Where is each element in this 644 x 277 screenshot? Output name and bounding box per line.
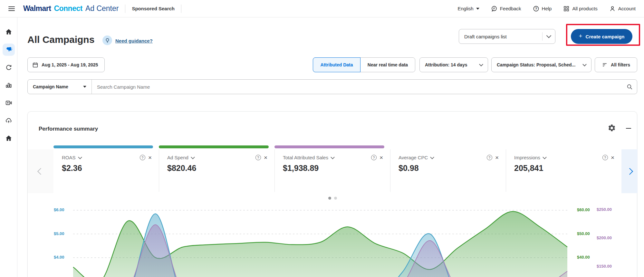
chevron-right-icon bbox=[626, 168, 633, 174]
divider bbox=[542, 32, 543, 41]
help-icon[interactable]: ? bbox=[602, 155, 608, 160]
metric-value: $2.36 bbox=[62, 163, 82, 173]
minus-icon bbox=[626, 128, 631, 129]
search-field-selector[interactable]: Campaign Name bbox=[28, 84, 91, 89]
close-icon[interactable]: × bbox=[495, 154, 499, 161]
close-icon[interactable]: × bbox=[148, 154, 152, 161]
chevron-down-icon[interactable] bbox=[191, 155, 195, 159]
video-upload-icon bbox=[5, 99, 12, 106]
left-sidebar bbox=[0, 17, 17, 277]
metric-card-impressions: Impressions ? × 205,841 bbox=[506, 142, 621, 193]
attribution-dropdown[interactable]: Attribution: 14 days bbox=[419, 57, 488, 72]
performance-trend-chart: $6.00$5.00$4.00$60.00$50.00$40.00$250.00… bbox=[28, 194, 638, 277]
help-icon[interactable]: ? bbox=[140, 155, 145, 160]
axis-tick-left: $5.00 bbox=[54, 231, 64, 236]
sidebar-item-home-alt[interactable] bbox=[3, 132, 15, 144]
metric-name[interactable]: ROAS bbox=[62, 155, 76, 160]
axis-tick-left: $6.00 bbox=[54, 207, 64, 212]
metrics-strip: ROAS ? × $2.36 Ad Spend ? × $820.46 bbox=[28, 142, 638, 193]
axis-tick-left: $4.00 bbox=[54, 255, 64, 260]
settings-button[interactable] bbox=[608, 124, 617, 133]
collapse-button[interactable] bbox=[624, 124, 633, 133]
axis-tick-right_outer: $150.00 bbox=[597, 264, 612, 269]
metric-color-bar bbox=[274, 145, 384, 148]
draft-campaigns-dropdown[interactable]: Draft campaigns list bbox=[459, 29, 555, 44]
metric-value: 205,841 bbox=[514, 163, 543, 173]
brand-walmart: Walmart bbox=[23, 4, 51, 13]
help-icon[interactable]: ? bbox=[371, 155, 377, 160]
megaphone-icon bbox=[5, 46, 12, 53]
home-icon bbox=[5, 135, 12, 142]
close-icon[interactable]: × bbox=[264, 154, 267, 161]
close-icon[interactable]: × bbox=[380, 154, 383, 161]
metric-value: $0.98 bbox=[399, 163, 419, 173]
carousel-next-button[interactable] bbox=[621, 149, 638, 193]
gear-icon bbox=[608, 124, 616, 132]
metric-name[interactable]: Ad Spend bbox=[167, 155, 188, 160]
brand-adcenter: Ad Center bbox=[85, 4, 119, 13]
toggle-attributed-data[interactable]: Attributed Data bbox=[313, 57, 360, 72]
question-circle-icon: ? bbox=[533, 5, 539, 12]
plus-icon: + bbox=[579, 33, 582, 40]
chevron-down-icon[interactable] bbox=[543, 155, 547, 159]
brand-connect: Connect bbox=[54, 4, 82, 13]
grid-icon bbox=[563, 5, 570, 12]
search-input[interactable] bbox=[92, 84, 622, 90]
sidebar-item-reports[interactable] bbox=[3, 79, 15, 91]
carousel-prev-button[interactable] bbox=[28, 149, 53, 193]
need-guidance-link[interactable]: Need guidance? bbox=[115, 38, 153, 44]
page-title: All Campaigns bbox=[27, 34, 94, 45]
chevron-left-icon bbox=[37, 168, 44, 174]
home-icon bbox=[5, 28, 12, 35]
data-mode-toggle: Attributed Data Near real time data bbox=[313, 57, 415, 72]
metric-value: $1,938.89 bbox=[283, 163, 319, 173]
toggle-near-real-time[interactable]: Near real time data bbox=[360, 58, 415, 72]
top-header: Walmart Connect Ad Center Sponsored Sear… bbox=[0, 0, 644, 17]
metric-name[interactable]: Impressions bbox=[514, 155, 540, 160]
svg-text:?: ? bbox=[535, 7, 537, 10]
metric-value: $820.46 bbox=[167, 163, 196, 173]
campaign-search-bar: Campaign Name bbox=[27, 79, 637, 94]
filter-icon bbox=[602, 62, 608, 68]
feedback-icon bbox=[491, 5, 497, 12]
person-icon bbox=[609, 5, 616, 12]
chevron-down-icon bbox=[83, 86, 86, 88]
axis-tick-right_inner: $50.00 bbox=[577, 231, 590, 236]
close-icon[interactable]: × bbox=[611, 154, 614, 161]
language-selector[interactable]: English bbox=[457, 6, 479, 11]
chevron-down-icon bbox=[582, 62, 587, 66]
all-products-button[interactable]: All products bbox=[563, 5, 597, 12]
all-filters-button[interactable]: All filters bbox=[595, 57, 637, 72]
sidebar-item-upload[interactable] bbox=[3, 114, 15, 127]
bar-chart-icon bbox=[5, 82, 12, 89]
axis-tick-right_inner: $40.00 bbox=[577, 255, 590, 260]
search-button[interactable] bbox=[622, 84, 637, 90]
metric-card-ad-spend: Ad Spend ? × $820.46 bbox=[159, 142, 274, 193]
campaign-status-dropdown[interactable]: Campaign Status: Proposal, Sched... bbox=[491, 57, 591, 72]
help-button[interactable]: ? Help bbox=[533, 5, 552, 12]
card-title: Performance summary bbox=[39, 126, 98, 132]
search-icon bbox=[627, 84, 633, 90]
calendar-icon bbox=[32, 62, 38, 68]
divider bbox=[181, 5, 181, 13]
chevron-down-icon[interactable] bbox=[430, 155, 435, 159]
chevron-down-icon bbox=[479, 62, 483, 66]
feedback-button[interactable]: Feedback bbox=[491, 5, 521, 12]
chevron-down-icon[interactable] bbox=[78, 155, 82, 159]
menu-icon[interactable] bbox=[8, 6, 15, 11]
metric-name[interactable]: Average CPC bbox=[399, 155, 428, 160]
account-button[interactable]: Account bbox=[609, 5, 636, 12]
help-icon[interactable]: ? bbox=[255, 155, 261, 160]
sidebar-item-video[interactable] bbox=[3, 97, 15, 109]
lightbulb-icon bbox=[102, 35, 112, 45]
chevron-down-icon[interactable] bbox=[331, 155, 335, 159]
chevron-down-icon bbox=[546, 33, 552, 38]
metric-color-bar bbox=[159, 145, 269, 148]
metric-name[interactable]: Total Attributed Sales bbox=[283, 155, 328, 160]
help-icon[interactable]: ? bbox=[487, 155, 492, 160]
sidebar-item-campaigns[interactable] bbox=[3, 44, 15, 56]
date-range-picker[interactable]: Aug 1, 2025 - Aug 19, 2025 bbox=[27, 57, 105, 72]
sidebar-item-recycle[interactable] bbox=[3, 61, 15, 74]
sidebar-item-home[interactable] bbox=[3, 26, 15, 38]
create-campaign-button[interactable]: + Create campaign bbox=[571, 29, 632, 44]
